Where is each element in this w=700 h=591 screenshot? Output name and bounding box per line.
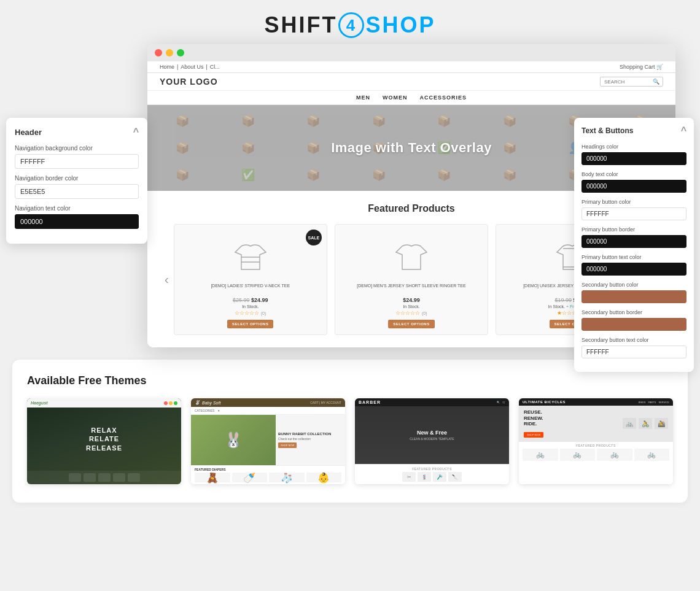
header-panel-title-row: Header ^ [15, 126, 139, 137]
product-1-sale-badge: SALE [306, 230, 322, 245]
store-search-button[interactable]: 🔍 [650, 77, 663, 86]
theme-bike-prod-row: 🚲 🚲 🚲 🚲 [523, 449, 669, 461]
theme-bike-nav: BIKES PARTS SERVICE [639, 401, 669, 404]
header-panel: Header ^ Navigation background color Nav… [6, 118, 147, 244]
theme-baby-logo: 🐰 Baby Soft [195, 400, 220, 405]
product-2-stock: In Stock. [341, 304, 481, 309]
primary-btn-text-label: Primary button text color [581, 254, 686, 260]
theme-dark-prod-5 [128, 473, 140, 482]
theme-baby-hero-sub: Check out the collection [278, 437, 343, 441]
secondary-btn-border-input[interactable] [581, 318, 686, 331]
product-1-reviews: (0) [261, 311, 266, 315]
hero-icon-19: 📦 [283, 164, 344, 186]
store-topnav: Home | About Us | Cl... Shopping Cart 🛒 [147, 61, 675, 73]
theme-dark-preview: Haegust RELAXRELATERELEASE [27, 398, 181, 484]
topnav-sep2: | [206, 64, 207, 70]
theme-card-barber[interactable]: BARBER 🔍 🛒 New & Free CLEAN & MODERN TEM… [355, 398, 509, 484]
secondary-btn-color-input[interactable] [581, 290, 686, 303]
primary-btn-color-label: Primary button color [581, 199, 686, 205]
hero-icon-6: 📦 [480, 110, 540, 132]
theme-card-baby-soft[interactable]: 🐰 Baby Soft CART | MY ACCOUNT CATEGORIES… [191, 398, 345, 484]
theme-barber-search-icon: 🔍 [497, 401, 500, 404]
hero-icon-17: 📦 [152, 164, 213, 186]
header-panel-title: Header [15, 128, 42, 137]
primary-btn-color-input[interactable] [581, 207, 686, 220]
store-search-bar: 🔍 [600, 77, 663, 87]
primary-btn-border-field: Primary button border [581, 226, 686, 248]
primary-btn-text-field: Primary button text color [581, 254, 686, 276]
theme-bike-topbar: ULTIMATE BICYCLES BIKES PARTS SERVICE [519, 398, 673, 406]
product-2-select-btn[interactable]: SELECT OPTIONS [388, 320, 434, 328]
theme-barber-featured-label: FEATURED PRODUCTS [359, 467, 505, 471]
theme-dark-text: RELAXRELATERELEASE [86, 426, 122, 452]
theme-barber-hero-title: New & Free [417, 430, 447, 436]
nav-bg-label: Navigation background color [15, 145, 139, 152]
themes-section: Available Free Themes Haegust RELAXRELAT… [12, 360, 688, 503]
headings-color-input[interactable] [581, 152, 686, 165]
nav-text-field: Navigation text color [15, 205, 139, 229]
primary-btn-color-field: Primary button color [581, 199, 686, 220]
product-2-price: $24.99 [341, 297, 481, 303]
text-buttons-collapse-btn[interactable]: ^ [681, 125, 686, 136]
theme-dark-dot-1 [164, 401, 168, 405]
topnav-sep1: | [177, 64, 178, 70]
theme-bike-logo: ULTIMATE BICYCLES [523, 400, 566, 404]
nav-bg-field: Navigation background color [15, 145, 139, 169]
carousel-prev-arrow[interactable]: ‹ [160, 272, 174, 287]
theme-bike-prod-2: 🚲 [560, 449, 596, 461]
store-mainnav: MEN WOMEN ACCESSORIES [147, 91, 675, 105]
secondary-btn-border-field: Secondary button border [581, 309, 686, 331]
headings-color-field: Headings color [581, 144, 686, 165]
theme-bike-hero-title: REUSE.RENEW.RIDE. [524, 409, 623, 427]
themes-section-title: Available Free Themes [27, 374, 673, 387]
nav-border-input[interactable] [15, 184, 139, 199]
dot-green [177, 49, 184, 56]
mainnav-accessories[interactable]: ACCESSORIES [419, 95, 467, 101]
theme-baby-prod-3: 🧦 [269, 473, 305, 482]
body-text-input[interactable] [581, 180, 686, 193]
logo-part1: SHIFT [264, 12, 337, 38]
themes-grid: Haegust RELAXRELATERELEASE [27, 398, 673, 484]
browser-titlebar [147, 44, 675, 61]
secondary-btn-text-input[interactable] [581, 346, 686, 358]
mainnav-men[interactable]: MEN [356, 95, 370, 101]
store-search-input[interactable] [601, 78, 650, 86]
product-1-stock: In Stock. [181, 304, 321, 309]
product-2-stars: ☆☆☆☆☆ (0) [341, 310, 481, 316]
theme-card-bicycle[interactable]: ULTIMATE BICYCLES BIKES PARTS SERVICE RE… [519, 398, 673, 484]
nav-border-field: Navigation border color [15, 175, 139, 199]
theme-dark-prod-3 [98, 473, 111, 482]
header-panel-collapse-btn[interactable]: ^ [133, 126, 139, 137]
mainnav-women[interactable]: WOMEN [383, 95, 408, 101]
theme-baby-prod-1: 🧸 [195, 473, 230, 482]
hero-icon-1: 📦 [152, 110, 213, 132]
theme-bike-shop-btn: SHOP NOW [524, 432, 543, 438]
theme-baby-prod-4: 👶 [306, 473, 342, 482]
theme-dark-products [31, 473, 177, 482]
product-2-reviews: (0) [422, 311, 427, 315]
theme-baby-nav-categories: CATEGORIES [195, 409, 214, 412]
logo-number-circle: 4 [338, 12, 364, 38]
theme-barber-cart-icon: 🛒 [502, 401, 505, 404]
theme-barber-bottom: FEATURED PRODUCTS ✂ 💈 🪒 🔪 [355, 464, 509, 484]
logo-area: SHIFT 4 SHOP [0, 0, 700, 44]
theme-baby-prod-3-icon: 🧦 [281, 472, 293, 484]
theme-dark-dot-3 [174, 401, 177, 405]
theme-baby-nav: CATEGORIES ▾ [191, 407, 345, 415]
shirt-icon-1 [232, 239, 269, 276]
primary-btn-border-input[interactable] [581, 235, 686, 248]
product-1-select-btn[interactable]: SELECT OPTIONS [227, 320, 273, 328]
nav-text-input[interactable] [15, 214, 139, 229]
secondary-btn-text-label: Secondary button text color [581, 337, 686, 343]
topnav-clearance: Cl... [210, 64, 220, 70]
hero-icon-4: 📦 [349, 110, 410, 132]
theme-baby-prod-4-icon: 👶 [317, 472, 330, 484]
theme-bike-prod-1: 🚲 [523, 449, 558, 461]
dot-yellow [166, 49, 173, 56]
nav-bg-input[interactable] [15, 154, 139, 169]
theme-baby-hero-image: 🐰 [191, 415, 276, 465]
theme-card-relax[interactable]: Haegust RELAXRELATERELEASE [27, 398, 181, 484]
theme-dark-dot-2 [169, 401, 173, 405]
primary-btn-text-input[interactable] [581, 263, 686, 276]
theme-bike-nav-3: SERVICE [659, 401, 670, 404]
